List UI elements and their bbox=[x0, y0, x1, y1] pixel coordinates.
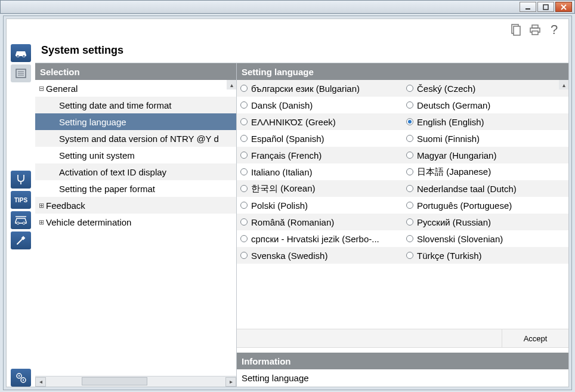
language-option[interactable]: Türkçe (Turkish) bbox=[403, 251, 568, 261]
sidebar-car-icon[interactable] bbox=[11, 44, 31, 62]
minimize-button[interactable] bbox=[520, 2, 536, 12]
sidebar-wrench-icon[interactable] bbox=[11, 232, 31, 249]
language-option[interactable]: English (English) bbox=[403, 117, 568, 127]
radio-icon[interactable] bbox=[406, 135, 413, 142]
tree-item[interactable]: Setting unit system bbox=[35, 147, 236, 163]
selection-tree: ▴ ⊟GeneralSetting date and time formatSe… bbox=[35, 80, 236, 376]
language-option[interactable]: Svenska (Swedish) bbox=[237, 251, 403, 261]
language-option[interactable]: Polski (Polish) bbox=[237, 200, 403, 211]
language-label: Slovenski (Slovenian) bbox=[417, 234, 503, 244]
language-label: Český (Czech) bbox=[417, 84, 475, 94]
radio-icon[interactable] bbox=[406, 152, 413, 159]
radio-icon[interactable] bbox=[240, 101, 248, 109]
expand-collapse-icon[interactable]: ⊞ bbox=[36, 218, 46, 226]
tree-item[interactable]: Setting date and time format bbox=[35, 97, 236, 113]
svg-rect-5 bbox=[514, 26, 520, 35]
sidebar-diagnostics-icon[interactable] bbox=[11, 171, 31, 189]
radio-icon[interactable] bbox=[406, 235, 413, 242]
scroll-left-icon[interactable]: ◂ bbox=[35, 377, 46, 387]
radio-icon[interactable] bbox=[240, 152, 248, 159]
language-label: Русский (Russian) bbox=[417, 217, 491, 227]
language-option[interactable]: Deutsch (German) bbox=[403, 100, 568, 110]
tree-item[interactable]: Activation of text ID display bbox=[35, 163, 236, 180]
scroll-up-icon[interactable]: ▴ bbox=[227, 80, 236, 89]
tree-item-label: Vehicle determination bbox=[46, 217, 131, 227]
radio-icon[interactable] bbox=[406, 85, 413, 92]
document-icon[interactable] bbox=[510, 24, 522, 36]
radio-icon[interactable] bbox=[406, 185, 413, 192]
radio-icon[interactable] bbox=[406, 168, 413, 175]
svg-point-16 bbox=[17, 222, 19, 224]
language-option[interactable]: Suomi (Finnish) bbox=[403, 134, 568, 144]
radio-icon[interactable] bbox=[240, 202, 248, 209]
language-label: Italiano (Italian) bbox=[251, 167, 313, 177]
scroll-right-icon[interactable]: ▸ bbox=[225, 377, 236, 387]
language-row: Svenska (Swedish)Türkçe (Turkish) bbox=[237, 247, 568, 264]
language-row: ΕΛΛΗΝΙΚΌΣ (Greek)English (English) bbox=[237, 113, 568, 130]
window-titlebar bbox=[0, 0, 575, 14]
language-option[interactable]: Magyar (Hungarian) bbox=[403, 150, 568, 160]
radio-icon[interactable] bbox=[240, 135, 248, 142]
language-option[interactable]: Română (Romanian) bbox=[237, 217, 403, 227]
expand-collapse-icon[interactable]: ⊞ bbox=[36, 202, 46, 209]
sidebar-tips-icon[interactable]: TIPS bbox=[11, 191, 31, 209]
tree-item[interactable]: Setting the paper format bbox=[35, 180, 236, 197]
radio-icon[interactable] bbox=[240, 252, 248, 259]
language-label: Deutsch (German) bbox=[417, 100, 490, 110]
print-icon[interactable] bbox=[529, 24, 541, 36]
tree-item[interactable]: ⊞Vehicle determination bbox=[35, 214, 236, 230]
radio-icon[interactable] bbox=[406, 252, 413, 259]
language-list: български език (Bulgarian)Český (Czech)D… bbox=[237, 80, 568, 329]
sidebar-settings-icon[interactable] bbox=[11, 369, 31, 387]
help-icon[interactable]: ? bbox=[548, 24, 560, 36]
svg-point-21 bbox=[23, 379, 24, 381]
radio-icon[interactable] bbox=[406, 118, 413, 125]
language-label: Español (Spanish) bbox=[251, 134, 324, 144]
language-option[interactable]: Dansk (Danish) bbox=[237, 100, 403, 110]
language-option[interactable]: Français (French) bbox=[237, 150, 403, 160]
radio-icon[interactable] bbox=[406, 101, 413, 109]
language-option[interactable]: ΕΛΛΗΝΙΚΌΣ (Greek) bbox=[237, 117, 403, 127]
svg-rect-1 bbox=[543, 5, 548, 10]
svg-point-19 bbox=[18, 375, 20, 376]
radio-icon[interactable] bbox=[240, 168, 248, 175]
radio-icon[interactable] bbox=[240, 118, 248, 125]
language-label: Français (French) bbox=[251, 150, 321, 160]
language-option[interactable]: български език (Bulgarian) bbox=[237, 84, 403, 94]
language-option[interactable]: Русский (Russian) bbox=[403, 217, 568, 227]
language-option[interactable]: 日本語 (Japanese) bbox=[403, 166, 568, 178]
language-option[interactable]: Español (Spanish) bbox=[237, 134, 403, 144]
accept-button[interactable]: Accept bbox=[502, 329, 568, 347]
language-option[interactable]: Slovenski (Slovenian) bbox=[403, 234, 568, 244]
language-option[interactable]: 한국의 (Korean) bbox=[237, 183, 403, 195]
close-button[interactable] bbox=[555, 2, 572, 12]
tree-item[interactable]: ⊟General bbox=[35, 80, 236, 97]
radio-icon[interactable] bbox=[406, 202, 413, 209]
radio-icon[interactable] bbox=[240, 85, 248, 92]
tree-item-label: Setting unit system bbox=[59, 150, 135, 160]
tree-item[interactable]: System and data version of NTRY @Y d bbox=[35, 130, 236, 147]
sidebar-vehicle-icon[interactable] bbox=[11, 211, 31, 229]
radio-icon[interactable] bbox=[240, 218, 248, 226]
language-option[interactable]: Český (Czech) bbox=[403, 84, 568, 94]
information-text: Setting language bbox=[237, 369, 568, 387]
language-option[interactable]: Português (Portuguese) bbox=[403, 200, 568, 211]
radio-icon[interactable] bbox=[240, 235, 248, 242]
language-row: Română (Romanian)Русский (Russian) bbox=[237, 214, 568, 230]
language-option[interactable]: Nederlandse taal (Dutch) bbox=[403, 184, 568, 194]
language-option[interactable]: српски - Hrvatski jezik (Serbo-... bbox=[237, 234, 403, 244]
sidebar-list-icon[interactable] bbox=[11, 64, 31, 82]
language-option[interactable]: Italiano (Italian) bbox=[237, 167, 403, 177]
language-row: Español (Spanish)Suomi (Finnish) bbox=[237, 130, 568, 147]
language-row: 한국의 (Korean)Nederlandse taal (Dutch) bbox=[237, 180, 568, 197]
scroll-thumb[interactable] bbox=[82, 377, 147, 385]
radio-icon[interactable] bbox=[406, 218, 413, 226]
tree-item[interactable]: Setting language bbox=[35, 113, 236, 130]
radio-icon[interactable] bbox=[240, 185, 248, 192]
maximize-button[interactable] bbox=[537, 2, 554, 12]
scroll-up-icon[interactable]: ▴ bbox=[559, 80, 568, 89]
tree-item-label: General bbox=[46, 84, 78, 94]
tree-item[interactable]: ⊞Feedback bbox=[35, 197, 236, 214]
expand-collapse-icon[interactable]: ⊟ bbox=[36, 85, 46, 92]
h-scrollbar[interactable]: ◂ ▸ bbox=[35, 376, 236, 387]
